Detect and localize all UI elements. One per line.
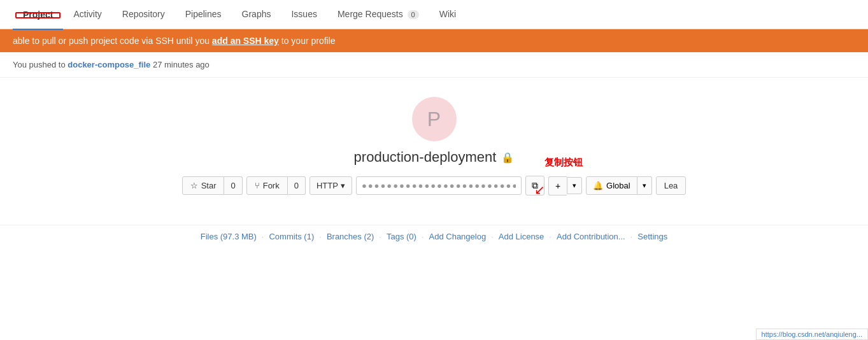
learn-button[interactable]: Lea: [656, 176, 687, 195]
add-license-link[interactable]: Add License: [499, 232, 544, 241]
tab-issues[interactable]: Issues: [281, 0, 327, 29]
http-dropdown-button[interactable]: HTTP ▾: [309, 176, 352, 195]
nav-tabs: Project Activity Repository Pipelines Gr…: [0, 0, 868, 29]
add-changelog-link[interactable]: Add Changelog: [429, 232, 487, 241]
annotation-arrow: ↙: [534, 182, 545, 197]
merge-requests-badge: 0: [408, 10, 419, 19]
project-name-area: production-deployment 🔒: [354, 149, 515, 166]
tags-link[interactable]: Tags (0): [387, 232, 416, 241]
fork-button[interactable]: ⑂ Fork: [246, 176, 288, 195]
plus-group: + ▾: [548, 176, 582, 195]
fork-count: 0: [288, 176, 306, 195]
bell-icon: 🔔: [593, 181, 603, 190]
tab-activity[interactable]: Activity: [63, 0, 111, 29]
ssh-banner: able to pull or push project code via SS…: [0, 29, 868, 52]
project-title: production-deployment: [354, 149, 497, 166]
annotation-label: 复制按钮: [544, 157, 583, 169]
plus-dropdown-button[interactable]: ▾: [567, 177, 582, 194]
files-link[interactable]: Files (97.3 MB): [201, 232, 257, 241]
plus-button[interactable]: +: [548, 176, 567, 195]
branch-link[interactable]: docker-compose_file: [68, 60, 150, 69]
project-tab-wrapper: Project: [13, 10, 63, 20]
notify-chevron-icon: ▾: [643, 181, 646, 189]
fork-group: ⑂ Fork 0: [246, 176, 306, 195]
star-count: 0: [224, 176, 242, 195]
bottom-bar: Files (97.3 MB) · Commits (1) · Branches…: [0, 225, 868, 248]
lock-icon: 🔒: [501, 152, 514, 164]
tab-merge-requests[interactable]: Merge Requests 0: [327, 0, 429, 29]
plus-icon: +: [555, 181, 560, 191]
add-ssh-key-link[interactable]: add an SSH key: [212, 36, 279, 46]
project-hero: P production-deployment 🔒 ☆ Star 0 ⑂ For…: [0, 78, 868, 218]
fork-icon: ⑂: [255, 181, 260, 190]
plus-chevron-icon: ▾: [573, 181, 576, 189]
notify-dropdown-button[interactable]: ▾: [637, 176, 652, 195]
avatar: P: [412, 97, 457, 141]
tab-project[interactable]: Project: [13, 1, 63, 30]
star-group: ☆ Star 0: [182, 176, 243, 195]
commits-link[interactable]: Commits (1): [269, 232, 314, 241]
push-notification: You pushed to docker-compose_file 27 min…: [0, 52, 868, 78]
notify-button[interactable]: 🔔 Global: [586, 176, 637, 195]
star-icon: ☆: [190, 181, 198, 190]
add-contribution-link[interactable]: Add Contribution...: [557, 232, 625, 241]
notify-group: 🔔 Global ▾: [586, 176, 652, 195]
http-chevron-icon: ▾: [341, 181, 345, 190]
settings-link[interactable]: Settings: [637, 232, 667, 241]
tab-wiki[interactable]: Wiki: [429, 0, 466, 29]
action-bar: ☆ Star 0 ⑂ Fork 0 HTTP ▾ ⧉ 复制按钮 ↙: [169, 176, 699, 206]
repo-url-input[interactable]: [356, 176, 522, 195]
copy-area: ⧉ 复制按钮 ↙: [525, 176, 544, 195]
tab-graphs[interactable]: Graphs: [232, 0, 281, 29]
branches-link[interactable]: Branches (2): [327, 232, 374, 241]
tab-repository[interactable]: Repository: [112, 0, 175, 29]
star-button[interactable]: ☆ Star: [182, 176, 225, 195]
tab-pipelines[interactable]: Pipelines: [175, 0, 232, 29]
